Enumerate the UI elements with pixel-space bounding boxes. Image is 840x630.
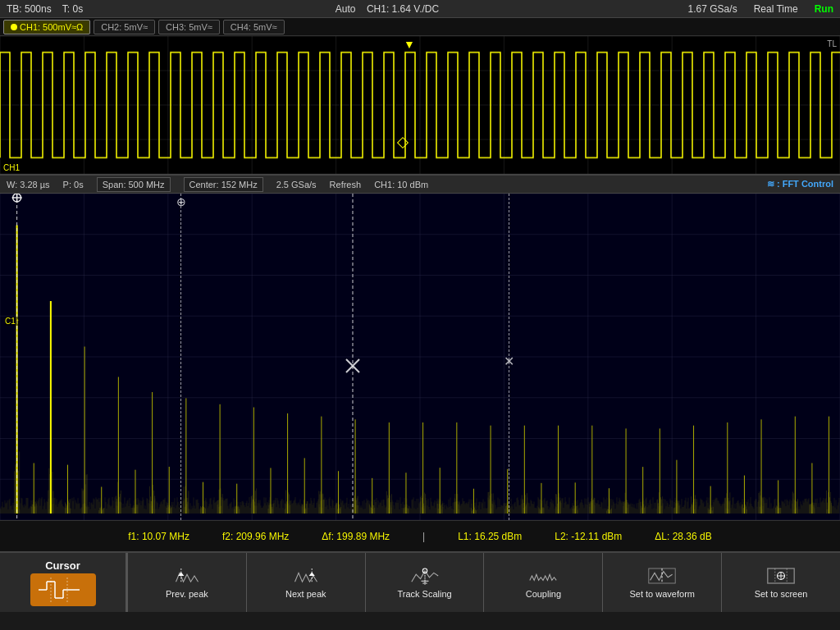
delta-l-value: ΔL: 28.36 dB xyxy=(655,531,711,542)
next-peak-label: Next peak xyxy=(285,589,326,599)
ch3-button[interactable]: CH3: 5mV≈ xyxy=(158,20,220,34)
l1-value: L1: 16.25 dBm xyxy=(458,531,522,542)
coupling-icon xyxy=(528,566,558,586)
cursor-waveform-icon xyxy=(39,578,88,602)
ch1-button[interactable]: CH1: 500mV≈Ω xyxy=(3,20,90,34)
waveform-display: CH1 TL ▼ xyxy=(0,36,840,176)
fft-control-label: ≋ : FFT Control xyxy=(767,179,833,189)
fft-span: Span: 500 MHz xyxy=(97,177,171,192)
top-status-bar: TB: 500ns T: 0s Auto CH1: 1.64 V./DC 1.6… xyxy=(0,0,840,18)
ch4-label: CH4: 5mV≈ xyxy=(231,22,277,32)
coupling-button[interactable]: Coupling xyxy=(483,553,602,612)
fft-center: Center: 152 MHz xyxy=(184,177,263,192)
ch2-label: CH2: 5mV≈ xyxy=(101,22,148,32)
prev-peak-label: Prev. peak xyxy=(166,589,208,599)
set-to-screen-button[interactable]: Set to screen xyxy=(721,553,840,612)
ch3-label: CH3: 5mV≈ xyxy=(166,22,212,32)
cursor1-top-marker: ⊕ xyxy=(176,195,186,208)
ch2-button[interactable]: CH2: 5mV≈ xyxy=(94,20,155,34)
t-value: T: 0s xyxy=(62,3,83,15)
channel-selector-bar: CH1: 500mV≈Ω CH2: 5mV≈ CH3: 5mV≈ CH4: 5m… xyxy=(0,18,840,36)
cursor-panel: Cursor xyxy=(0,553,127,612)
set-to-waveform-button[interactable]: Set to waveform xyxy=(602,553,721,612)
svg-marker-12 xyxy=(308,573,314,577)
track-scaling-button[interactable]: Track Scaling xyxy=(365,553,484,612)
track-scaling-icon xyxy=(410,566,440,586)
tb-value: TB: 500ns xyxy=(7,3,52,15)
trigger-marker: ▼ xyxy=(404,38,415,51)
set-to-waveform-icon xyxy=(647,566,677,586)
trigger-info: Auto CH1: 1.64 V./DC xyxy=(187,3,587,15)
next-peak-button[interactable]: Next peak xyxy=(246,553,365,612)
l2-value: L2: -12.11 dBm xyxy=(555,531,622,542)
fft-ref: CH1: 10 dBm xyxy=(374,180,428,189)
prev-peak-icon xyxy=(172,566,202,586)
next-peak-icon xyxy=(291,566,321,586)
set-to-screen-label: Set to screen xyxy=(755,589,808,599)
fft-canvas xyxy=(0,194,840,520)
cursor2-marker: ✕ xyxy=(504,354,514,369)
separator: | xyxy=(422,531,425,542)
ch1-label: CH1: 500mV≈Ω xyxy=(20,22,83,32)
coupling-label: Coupling xyxy=(526,589,561,599)
sample-rate: 1.67 GSa/s xyxy=(688,3,737,15)
fft-samplerate: 2.5 GSa/s xyxy=(276,180,317,189)
ch1-trigger-info: CH1: 1.64 V./DC xyxy=(367,3,439,15)
waveform-canvas xyxy=(0,36,840,174)
tl-label: TL xyxy=(827,39,837,48)
cursor1-line xyxy=(180,194,181,520)
function-buttons-row: Prev. peak Next peak xyxy=(127,553,840,612)
mode-label: Real Time xyxy=(754,3,798,15)
prev-peak-button[interactable]: Prev. peak xyxy=(127,553,246,612)
timebase-info: TB: 500ns T: 0s xyxy=(7,3,187,15)
fft-w: W: 3.28 µs xyxy=(7,180,50,189)
fft-status-bar: W: 3.28 µs P: 0s Span: 500 MHz Center: 1… xyxy=(0,176,840,194)
run-label: Run xyxy=(815,3,833,15)
set-to-screen-icon xyxy=(766,566,796,586)
fft-p: P: 0s xyxy=(63,180,84,189)
auto-label: Auto xyxy=(336,3,356,15)
delta-f-value: Δf: 199.89 MHz xyxy=(322,531,390,542)
cursor-panel-label: Cursor xyxy=(45,559,80,572)
fft-refresh: Refresh xyxy=(330,180,362,189)
cursor-info-bar: f1: 10.07 MHz f2: 209.96 MHz Δf: 199.89 … xyxy=(0,520,840,551)
f1-value: f1: 10.07 MHz xyxy=(128,531,189,542)
ch1-dot xyxy=(11,24,17,30)
ch4-button[interactable]: CH4: 5mV≈ xyxy=(223,20,285,34)
f2-value: f2: 209.96 MHz xyxy=(222,531,289,542)
track-scaling-label: Track Scaling xyxy=(397,589,451,599)
bottom-controls: Cursor xyxy=(0,551,840,612)
ch1-waveform-label: CH1 xyxy=(3,163,20,172)
fft-display: C1↑ ✕ ⊕ xyxy=(0,194,840,520)
acquisition-info: 1.67 GSa/s Real Time Run xyxy=(587,3,833,15)
cursor-icon-area[interactable] xyxy=(30,573,96,606)
set-to-waveform-label: Set to waveform xyxy=(629,589,694,599)
fft-ch-label: C1↑ xyxy=(5,317,20,326)
